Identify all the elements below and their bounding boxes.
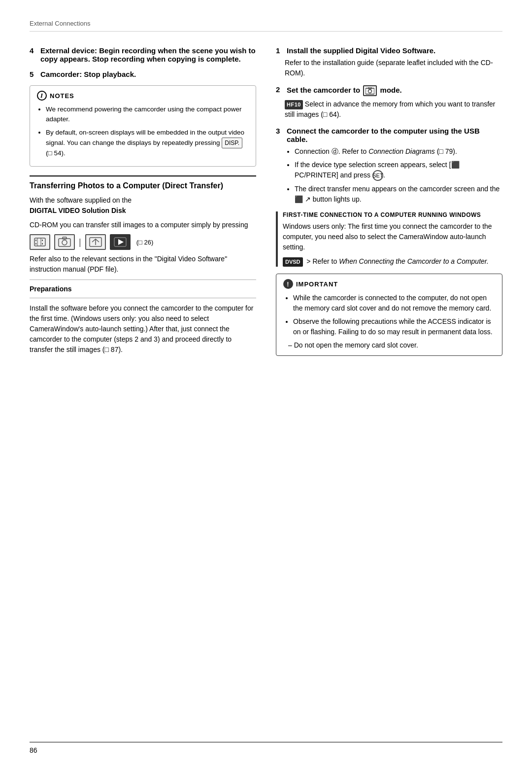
important-sub-bullet: – Do not open the memory card slot cover…: [288, 340, 495, 350]
first-time-title: First-Time Connection to a Computer Runn…: [283, 211, 502, 218]
svg-point-8: [62, 240, 67, 245]
step-1-title: Install the supplied Digital Video Softw…: [287, 46, 435, 55]
preparations-divider: [30, 280, 256, 280]
notes-box: i NOTES We recommend powering the camcor…: [30, 85, 256, 167]
svg-point-15: [368, 89, 372, 93]
preparations-body: Install the software before you connect …: [30, 303, 256, 355]
step-3-number: 3: [276, 127, 285, 143]
disp-key: DISP.: [222, 138, 242, 148]
svg-rect-9: [63, 237, 66, 239]
step-5-title: Camcorder: Stop playback.: [40, 70, 136, 78]
notes-list: We recommend powering the camcorder usin…: [37, 105, 249, 158]
step-3-bullets: Connection ⓓ. Refer to Connection Diagra…: [285, 146, 502, 205]
notes-icon: i: [37, 91, 47, 101]
notes-item-1: We recommend powering the camcorder usin…: [46, 105, 249, 125]
intro-p3: Refer also to the relevant sections in t…: [30, 254, 256, 275]
section-divider: [30, 175, 256, 176]
icon-row-ref: (□ 26): [136, 239, 154, 246]
step-3-bullet-3: The direct transfer menu appears on the …: [295, 184, 502, 205]
step-3: 3 Connect the camcorder to the computer …: [276, 127, 502, 205]
icon-separator: |: [79, 237, 81, 247]
svg-rect-4: [35, 243, 36, 245]
step-2: 2 Set the camcorder to mode.: [276, 85, 502, 120]
first-time-body-2: DVSD > Refer to When Connecting the Camc…: [283, 256, 502, 267]
transfer-icon-4: [110, 234, 131, 250]
step-4: 4 External device: Begin recording when …: [30, 46, 256, 63]
svg-rect-14: [366, 88, 374, 94]
preparations-divider-2: [30, 298, 256, 298]
intro-p1-bold: DIGITAL VIDEO Solution Disk: [30, 207, 126, 214]
step-2-hf10: HF10 Select in advance the memory from w…: [285, 99, 502, 120]
step-3-title: Connect the camcorder to the computer us…: [287, 127, 502, 143]
svg-rect-5: [42, 240, 43, 241]
step-2-number: 2: [276, 85, 285, 96]
notes-title: NOTES: [50, 92, 74, 100]
svg-rect-3: [35, 240, 36, 241]
first-time-italic: When Connecting the Camcorder to a Compu…: [339, 257, 489, 265]
icon-row-transfer: | (□ 26): [30, 234, 256, 250]
step-1-body: Refer to the installation guide (separat…: [285, 58, 502, 78]
step-1: 1 Install the supplied Digital Video Sof…: [276, 46, 502, 78]
step-3-bullet-2: If the device type selection screen appe…: [295, 160, 502, 181]
transfer-icon-1: [30, 234, 50, 250]
first-time-connection-box: First-Time Connection to a Computer Runn…: [276, 211, 502, 267]
transfer-icon-2: [54, 234, 75, 250]
important-bullets: While the camcorder is connected to the …: [283, 293, 495, 337]
important-bullet-2: Observe the following precautions while …: [293, 316, 495, 337]
intro-p1: With the software supplied on the DIGITA…: [30, 195, 256, 216]
section-title-transferring: Transferring Photos to a Computer (Direc…: [30, 181, 256, 190]
svg-rect-6: [42, 243, 43, 245]
important-bullet-1: While the camcorder is connected to the …: [293, 293, 495, 314]
preparations-title: Preparations: [30, 285, 256, 293]
step-5-number: 5: [30, 70, 38, 78]
step-2-title: Set the camcorder to mode.: [287, 85, 402, 96]
svg-rect-0: [34, 238, 45, 246]
dvsd-badge: DVSD: [283, 257, 303, 267]
intro-p2: CD-ROM you can transfer still images to …: [30, 220, 256, 230]
page-header: External Connections: [30, 20, 502, 32]
section-title-text: Transferring Photos to a Computer (Direc…: [30, 181, 223, 190]
step-5: 5 Camcorder: Stop playback.: [30, 70, 256, 78]
step-4-title: External device: Begin recording when th…: [40, 46, 256, 63]
step-1-number: 1: [276, 46, 285, 55]
header-title: External Connections: [30, 20, 91, 27]
mode-icon-camera: [363, 85, 377, 96]
step-2-hf10-text: Select in advance the memory from which …: [285, 100, 496, 118]
notes-header: i NOTES: [37, 91, 249, 101]
page-number: 86: [30, 746, 37, 754]
hf10-badge: HF10: [285, 100, 303, 109]
first-time-body-1: Windows users only: The first time you c…: [283, 221, 502, 252]
set-btn: SET: [372, 170, 383, 181]
two-column-layout: 4 External device: Begin recording when …: [30, 46, 502, 363]
notes-item-2: By default, on-screen displays will be e…: [46, 128, 249, 159]
important-header: ! IMPORTANT: [283, 279, 495, 289]
important-icon: !: [283, 279, 293, 289]
transfer-icon-3: [85, 234, 106, 250]
page: External Connections 4 External device: …: [0, 0, 532, 769]
left-column: 4 External device: Begin recording when …: [30, 46, 256, 363]
step-4-number: 4: [30, 46, 38, 63]
important-box: ! IMPORTANT While the camcorder is conne…: [276, 274, 502, 356]
page-footer: 86: [30, 742, 502, 754]
step-3-bullet-1: Connection ⓓ. Refer to Connection Diagra…: [295, 146, 502, 157]
important-title: IMPORTANT: [296, 280, 338, 288]
right-column: 1 Install the supplied Digital Video Sof…: [276, 46, 502, 363]
connection-diagrams-link: Connection Diagrams: [368, 147, 435, 155]
